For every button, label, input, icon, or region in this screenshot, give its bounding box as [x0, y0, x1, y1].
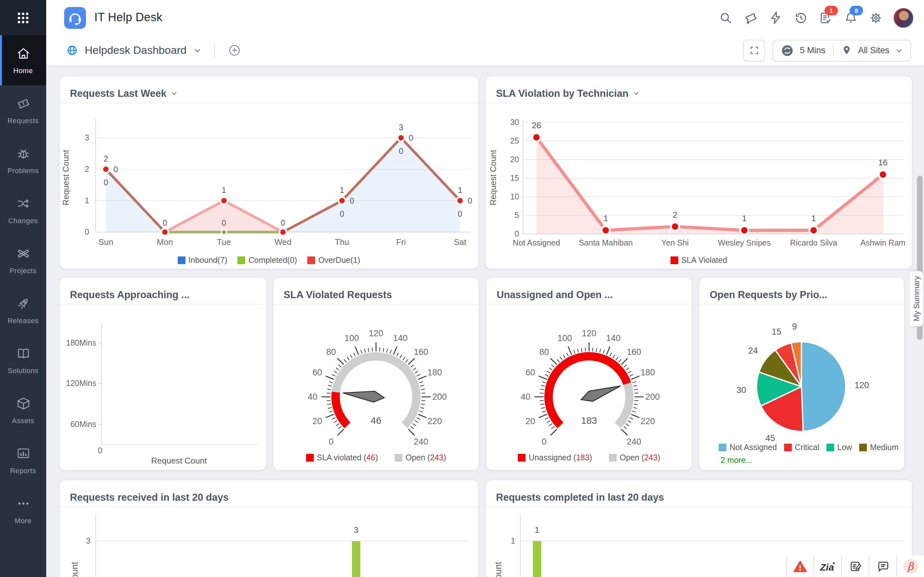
legend-item[interactable]: SLA Violated — [670, 256, 727, 265]
notification-badge: 8 — [850, 5, 863, 15]
svg-text:1: 1 — [604, 213, 608, 223]
svg-text:30: 30 — [736, 385, 746, 395]
legend-item[interactable]: Completed(0) — [237, 256, 297, 265]
svg-text:20: 20 — [510, 155, 519, 164]
app-launcher-button[interactable] — [0, 0, 46, 35]
auto-refresh-icon[interactable] — [781, 44, 794, 57]
pie-more-link[interactable]: 2 more... — [720, 456, 752, 465]
alerts-button[interactable] — [786, 556, 814, 577]
legend-item[interactable]: Critical — [784, 443, 819, 452]
svg-text:20: 20 — [312, 416, 322, 426]
sidebar-item-label: Releases — [8, 317, 39, 324]
history-button[interactable] — [793, 10, 809, 25]
comments-button[interactable] — [869, 556, 897, 577]
sidebar-item-releases[interactable]: Releases — [0, 285, 46, 335]
sla-violated-gauge[interactable]: 02040608010012014016018020022024046 — [273, 305, 479, 458]
card-title[interactable]: Requests Approaching ... — [70, 289, 190, 300]
card-title[interactable]: Open Requests by Prio... — [710, 289, 827, 300]
sidebar-item-assets[interactable]: Assets — [0, 385, 46, 435]
svg-text:240: 240 — [627, 437, 641, 446]
zia-button[interactable]: Zia — [814, 556, 841, 577]
site-filter[interactable]: All Sites — [858, 45, 889, 55]
sidebar-item-label: Reports — [10, 467, 36, 474]
priority-pie-chart[interactable]: 120453024159 — [699, 305, 904, 456]
approvals-button[interactable]: 1 — [818, 10, 834, 25]
svg-text:0: 0 — [85, 227, 89, 236]
chevron-down-icon[interactable] — [633, 90, 640, 97]
app-title: IT Help Desk — [94, 11, 162, 24]
card-sla-violation-by-technician: SLA Violation by Technician 051015202530… — [485, 76, 913, 269]
app-root: IT Help Desk — [0, 0, 924, 577]
add-request-button[interactable] — [743, 10, 758, 25]
add-dashboard-icon[interactable] — [228, 44, 241, 57]
sidebar-item-problems[interactable]: Problems — [0, 135, 46, 185]
divider — [833, 45, 834, 56]
card-title[interactable]: SLA Violated Requests — [284, 289, 392, 300]
requests-last-week-chart[interactable]: 0123Request CountSunMonTueWedThuFriSat20… — [60, 103, 478, 251]
refresh-interval[interactable]: 5 Mins — [800, 45, 825, 55]
svg-text:2: 2 — [103, 154, 108, 163]
unassigned-open-gauge[interactable]: 020406080100120140160180200220240183 — [486, 305, 692, 458]
legend-item[interactable]: Inbound(7) — [178, 256, 228, 265]
sidebar-item-more[interactable]: More — [0, 485, 46, 535]
legend-swatch — [518, 454, 525, 462]
legend-label: Medium — [870, 443, 899, 452]
card-open-requests-by-priority: Open Requests by Prio... 120453024159 No… — [699, 277, 905, 471]
requests-received-chart[interactable]: 33Request Count — [60, 507, 478, 577]
card-title[interactable]: Requests Last Week — [70, 87, 166, 99]
sidebar-item-label: Changes — [8, 217, 38, 224]
card-requests-approaching: Requests Approaching ... 180Mins120Mins6… — [59, 277, 267, 471]
card-title[interactable]: Requests completed in last 20 days — [496, 492, 664, 503]
quick-actions-button[interactable] — [768, 10, 783, 25]
user-avatar[interactable] — [893, 7, 914, 28]
sidebar-item-changes[interactable]: Changes — [0, 185, 46, 235]
card-title[interactable]: SLA Violation by Technician — [496, 87, 628, 99]
chevron-down-icon[interactable] — [193, 46, 202, 55]
sidebar-item-solutions[interactable]: Solutions — [0, 335, 46, 385]
legend-label: Low — [837, 443, 852, 452]
sidebar-item-home[interactable]: Home — [0, 35, 46, 85]
svg-text:40: 40 — [308, 392, 317, 402]
svg-text:0: 0 — [281, 218, 285, 227]
beta-icon: β — [903, 559, 918, 574]
svg-text:9: 9 — [792, 322, 797, 332]
beta-button[interactable]: β — [897, 556, 924, 577]
sidebar-item-requests[interactable]: Requests — [0, 85, 46, 135]
svg-text:Zia: Zia — [820, 562, 834, 572]
search-button[interactable] — [718, 10, 733, 25]
requests-approaching-chart[interactable]: 180Mins120Mins60Mins0Request Count — [60, 305, 266, 470]
legend-item[interactable]: Open (243) — [609, 453, 660, 462]
legend-item[interactable]: Open (243) — [395, 453, 446, 462]
my-summary-tab[interactable]: My Summary — [910, 271, 924, 327]
sidebar-item-projects[interactable]: Projects — [0, 235, 46, 285]
location-pin-icon[interactable] — [841, 45, 852, 56]
legend-swatch — [859, 444, 867, 451]
legend-item[interactable]: OverDue(1) — [307, 256, 360, 265]
card-title[interactable]: Requests received in last 20 days — [70, 492, 229, 503]
sidebar-item-reports[interactable]: Reports — [0, 435, 46, 485]
card-sla-violated-requests: SLA Violated Requests 020406080100120140… — [273, 277, 479, 471]
svg-text:0: 0 — [340, 210, 344, 218]
svg-text:0: 0 — [98, 446, 102, 455]
card-title[interactable]: Unassigned and Open ... — [497, 289, 613, 300]
sla-violation-chart[interactable]: 051015202530Request CountNot AssignedSan… — [486, 103, 912, 251]
svg-text:Thu: Thu — [335, 237, 349, 247]
legend-item[interactable]: Low — [827, 443, 852, 452]
notifications-button[interactable]: 8 — [843, 10, 859, 25]
svg-text:Santa Mahiban: Santa Mahiban — [579, 238, 633, 247]
svg-text:200: 200 — [645, 392, 660, 402]
card-requests-last-week: Requests Last Week 0123Request CountSunM… — [59, 76, 479, 269]
svg-text:240: 240 — [414, 437, 428, 446]
settings-button[interactable] — [868, 10, 884, 25]
feedback-button[interactable] — [841, 556, 869, 577]
legend-item[interactable]: Unassigned (183) — [518, 453, 592, 462]
alert-icon — [793, 559, 807, 574]
dashboard-title[interactable]: Helpdesk Dashboard — [85, 44, 187, 57]
svg-text:40: 40 — [521, 392, 530, 402]
fullscreen-button[interactable] — [743, 39, 765, 61]
legend-item[interactable]: SLA violated (46) — [306, 453, 378, 462]
legend-item[interactable]: Medium — [859, 443, 899, 452]
svg-text:120: 120 — [582, 329, 596, 338]
chevron-down-icon[interactable] — [171, 90, 178, 97]
legend-item[interactable]: Not Assigned — [719, 443, 777, 452]
